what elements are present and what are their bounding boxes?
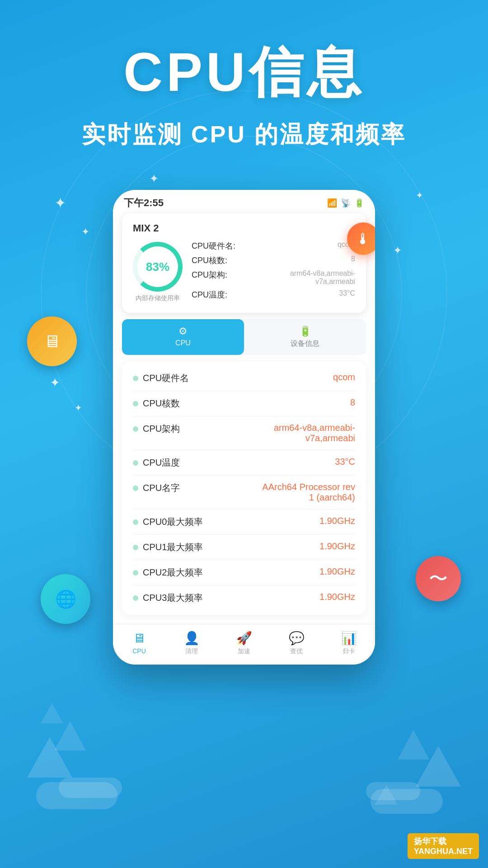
sub-title: 实时监测 CPU 的温度和频率 [0, 119, 488, 151]
cpu-chip-badge: 🖥 [27, 316, 77, 366]
cpu-detail-8: CPU3最大频率 1.90GHz [133, 585, 355, 610]
cpu-val-7: 1.90GHz [319, 566, 355, 577]
device-tab-label: 设备信息 [291, 340, 319, 347]
gauge-label: 内部存储使用率 [133, 294, 183, 302]
nav-cpu[interactable]: 🖥 CPU [113, 631, 165, 656]
info-row-0: CPU硬件名: qcom [192, 241, 355, 251]
cpu-label-4: CPU名字 [133, 482, 180, 494]
cpu-tab-icon: ⚙ [122, 326, 244, 337]
wave-icon: 〜 [429, 566, 448, 591]
cpu-val-1: 8 [350, 397, 355, 408]
cpu-val-4: AArch64 Processor rev 1 (aarch64) [256, 482, 355, 503]
info-label-3: CPU温度: [192, 289, 227, 300]
cpu-detail-6: CPU1最大频率 1.90GHz [133, 535, 355, 560]
cpu-val-0: qcom [333, 372, 355, 382]
nav-cpu-icon: 🖥 [113, 631, 165, 646]
nav-clean-icon: 👤 [165, 631, 218, 646]
wifi-icon: 📡 [341, 198, 351, 208]
dot-3 [133, 460, 138, 466]
nav-check-label: 查优 [290, 647, 303, 655]
phone-mockup: 下午2:55 📶 📡 🔋 MIX 2 83% 内部存储使用率 CPU硬件 [113, 190, 375, 665]
info-label-0: CPU硬件名: [192, 241, 235, 251]
status-time: 下午2:55 [124, 196, 164, 210]
bottom-nav[interactable]: 🖥 CPU 👤 清理 🚀 加速 💬 查优 📊 归卡 [113, 624, 375, 665]
main-title: CPU信息 [0, 36, 488, 110]
cpu-info-list: CPU硬件名 qcom CPU核数 8 CPU架构 arm64-v8a,arme… [122, 361, 366, 615]
cpu-detail-2: CPU架构 arm64-v8a,armeabi-v7a,armeabi [133, 416, 355, 450]
header-section: CPU信息 实时监测 CPU 的温度和频率 [0, 36, 488, 151]
cpu-val-3: 33°C [335, 457, 355, 467]
info-row-1: CPU核数: 8 [192, 255, 355, 266]
status-bar: 下午2:55 📶 📡 🔋 [113, 190, 375, 213]
dot-2 [133, 426, 138, 432]
storage-gauge: 83% [133, 242, 183, 292]
network-badge: 🌐 [41, 574, 90, 624]
cpu-label-6: CPU1最大频率 [133, 541, 203, 553]
cpu-val-8: 1.90GHz [319, 592, 355, 602]
nav-check-icon: 💬 [270, 631, 323, 646]
cpu-val-2: arm64-v8a,armeabi-v7a,armeabi [256, 423, 355, 443]
cpu-label-8: CPU3最大频率 [133, 592, 203, 604]
nav-cpu-label: CPU [132, 647, 146, 655]
cpu-label-3: CPU温度 [133, 457, 180, 469]
device-name: MIX 2 [133, 222, 355, 234]
nav-speed[interactable]: 🚀 加速 [218, 631, 270, 656]
thermometer-badge: 🌡 [347, 222, 375, 255]
dot-0 [133, 376, 138, 381]
gauge-value: 83% [146, 260, 169, 274]
dot-4 [133, 486, 138, 491]
cloud-4 [366, 782, 420, 800]
nav-check[interactable]: 💬 查优 [270, 631, 323, 656]
deco-triangle-2 [54, 721, 86, 750]
nav-card-label: 归卡 [343, 647, 355, 655]
cpu-detail-3: CPU温度 33°C [133, 450, 355, 476]
cpu-detail-1: CPU核数 8 [133, 391, 355, 416]
deco-triangle-5 [398, 730, 429, 760]
cpu-val-5: 1.90GHz [319, 516, 355, 526]
info-label-2: CPU架构: [192, 269, 227, 286]
info-card: MIX 2 83% 内部存储使用率 CPU硬件名: qcom CPU核数: 8 [122, 213, 366, 313]
info-value-1: 8 [351, 255, 355, 266]
cpu-label-2: CPU架构 [133, 423, 180, 435]
cpu-detail-0: CPU硬件名 qcom [133, 366, 355, 391]
tab-cpu[interactable]: ⚙ CPU [122, 319, 244, 355]
cloud-2 [59, 778, 122, 798]
watermark: 扬华下载YANGHUA.NET [408, 833, 479, 859]
deco-triangle-3 [41, 703, 63, 723]
cpu-label-7: CPU2最大频率 [133, 566, 203, 579]
tab-device-info[interactable]: 🔋 设备信息 [244, 319, 366, 355]
battery-icon: 🔋 [354, 198, 364, 208]
cpu-label-0: CPU硬件名 [133, 372, 189, 384]
cpu-detail-5: CPU0最大频率 1.90GHz [133, 509, 355, 535]
nav-clean[interactable]: 👤 清理 [165, 631, 218, 656]
nav-card[interactable]: 📊 归卡 [323, 631, 375, 656]
quick-info: CPU硬件名: qcom CPU核数: 8 CPU架构: arm64-v8a,a… [192, 241, 355, 304]
info-value-3: 33°C [339, 289, 355, 300]
info-row-2: CPU架构: arm64-v8a,armeabi-v7a,armeabi [192, 269, 355, 286]
nav-card-icon: 📊 [323, 631, 375, 646]
nav-speed-icon: 🚀 [218, 631, 270, 646]
dot-5 [133, 519, 138, 525]
dot-7 [133, 570, 138, 576]
cpu-detail-4: CPU名字 AArch64 Processor rev 1 (aarch64) [133, 476, 355, 509]
dot-8 [133, 595, 138, 601]
status-icons: 📶 📡 🔋 [327, 198, 364, 208]
network-icon: 🌐 [55, 589, 76, 609]
signal-icon: 📶 [327, 198, 337, 208]
cpu-chip-icon: 🖥 [43, 332, 61, 351]
info-value-2: arm64-v8a,armeabi-v7a,armeabi [283, 269, 355, 286]
nav-clean-label: 清理 [185, 647, 198, 655]
cpu-tab-label: CPU [175, 339, 191, 347]
tab-bar[interactable]: ⚙ CPU 🔋 设备信息 [122, 319, 366, 355]
phone-body: 下午2:55 📶 📡 🔋 MIX 2 83% 内部存储使用率 CPU硬件 [113, 190, 375, 665]
dot-6 [133, 545, 138, 550]
cpu-detail-7: CPU2最大频率 1.90GHz [133, 560, 355, 585]
device-tab-icon: 🔋 [244, 326, 366, 337]
cpu-label-1: CPU核数 [133, 397, 180, 410]
dot-1 [133, 401, 138, 406]
info-label-1: CPU核数: [192, 255, 227, 266]
thermometer-icon: 🌡 [356, 230, 371, 248]
wave-badge: 〜 [416, 556, 461, 601]
info-row-3: CPU温度: 33°C [192, 289, 355, 300]
cpu-label-5: CPU0最大频率 [133, 516, 203, 528]
